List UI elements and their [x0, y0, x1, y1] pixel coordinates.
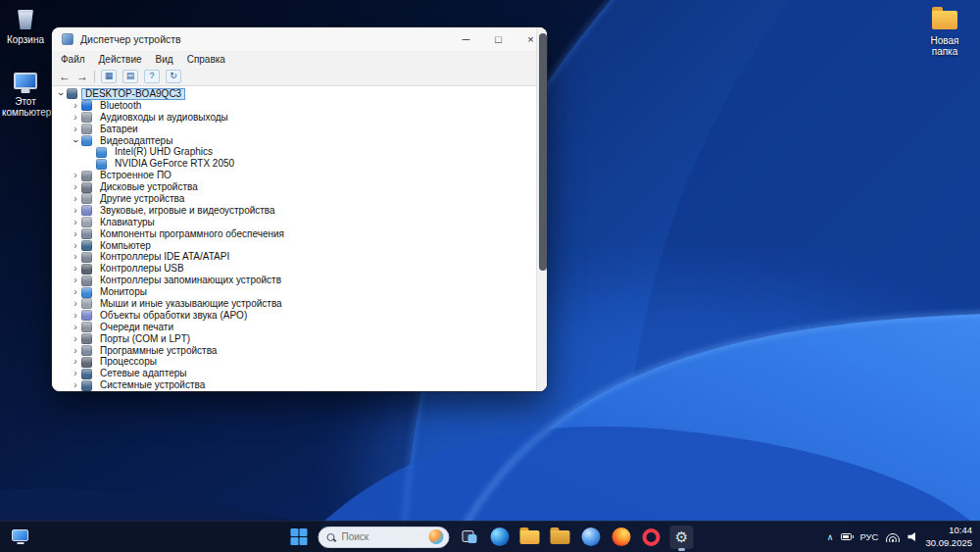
forward-icon[interactable]: → [76, 71, 88, 82]
tree-item[interactable]: ›DESKTOP-BOA9QC3 [52, 88, 547, 100]
folder-taskbar-button[interactable] [549, 526, 572, 549]
desktop-icon-this-pc[interactable]: Этот компьютер [2, 67, 49, 118]
file-explorer-taskbar-button[interactable] [518, 526, 542, 549]
collapse-arrow-icon[interactable]: › [56, 89, 66, 99]
tree-item[interactable]: ›Bluetooth [52, 100, 547, 112]
scan-hardware-icon[interactable]: ↻ [166, 70, 181, 83]
menu-help[interactable]: Справка [180, 54, 232, 65]
language-indicator[interactable]: РУС [859, 531, 878, 542]
tree-item[interactable]: ›Процессоры [52, 356, 547, 368]
computer-category-icon [81, 240, 92, 251]
tree-item[interactable]: Intel(R) UHD Graphics [52, 146, 547, 158]
taskbar: ⚙ ∧ РУС 10:44 30.09.2025 [0, 521, 980, 552]
tree-item-label: Очереди печати [96, 322, 177, 333]
expand-arrow-icon[interactable]: › [71, 252, 80, 262]
expand-arrow-icon[interactable]: › [71, 323, 80, 332]
desktop-icon-recycle-bin[interactable]: Корзина [2, 5, 49, 45]
expand-arrow-icon[interactable]: › [71, 241, 80, 251]
minimize-button[interactable]: ─ [450, 27, 482, 51]
battery-icon[interactable] [841, 533, 852, 540]
title-bar[interactable]: Диспетчер устройств ─ □ × [52, 27, 547, 51]
expand-arrow-icon[interactable]: › [71, 299, 80, 309]
menu-action[interactable]: Действие [92, 54, 149, 65]
tree-item[interactable]: ›Компоненты программного обеспечения [52, 228, 547, 240]
settings-taskbar-button[interactable]: ⚙ [670, 526, 694, 549]
maximize-button[interactable]: □ [482, 27, 514, 51]
ports-icon [81, 333, 92, 344]
taskbar-search[interactable] [318, 527, 450, 548]
tree-item[interactable]: ›Порты (COM и LPT) [52, 333, 547, 345]
expand-arrow-icon[interactable]: › [71, 113, 80, 123]
clock-time: 10:44 [925, 525, 972, 536]
console-tree-icon[interactable]: ▦ [101, 70, 117, 83]
edge-taskbar-button[interactable] [488, 526, 512, 549]
taskbar-clock[interactable]: 10:44 30.09.2025 [925, 525, 972, 549]
search-input[interactable] [340, 530, 424, 543]
expand-arrow-icon[interactable]: › [71, 229, 80, 239]
print-queue-icon [81, 322, 92, 332]
expand-arrow-icon[interactable]: › [71, 101, 80, 111]
opera-taskbar-button[interactable] [640, 526, 663, 549]
tree-item[interactable]: ›Встроенное ПО [52, 170, 547, 181]
tree-item[interactable]: ›Клавиатуры [52, 217, 547, 228]
expand-arrow-icon[interactable]: › [71, 182, 80, 192]
tree-item[interactable]: ›Контроллеры запоминающих устройств [52, 275, 547, 286]
tree-item-label: Порты (COM и LPT) [96, 333, 194, 345]
chrome-taskbar-button[interactable] [579, 526, 603, 549]
tree-item[interactable]: ›Дисковые устройства [52, 181, 547, 193]
desktop-icon-new-folder[interactable]: Новая папка [918, 6, 971, 57]
expand-arrow-icon[interactable]: › [71, 206, 80, 216]
expand-arrow-icon[interactable]: › [71, 287, 80, 297]
expand-arrow-icon[interactable]: › [71, 346, 80, 356]
start-button[interactable] [287, 526, 311, 549]
hidden-icons-chevron[interactable]: ∧ [827, 532, 834, 542]
tree-item[interactable]: ›Контроллеры USB [52, 263, 547, 275]
scrollbar-thumb[interactable] [539, 33, 547, 271]
tree-item[interactable]: ›Звуковые, игровые и видеоустройства [52, 205, 547, 217]
menu-view[interactable]: Вид [149, 54, 180, 65]
expand-arrow-icon[interactable]: › [71, 369, 80, 378]
menu-file[interactable]: Файл [54, 54, 92, 65]
expand-arrow-icon[interactable]: › [71, 218, 80, 227]
properties-icon[interactable]: ▤ [122, 70, 138, 83]
tree-item[interactable]: ›Видеоадаптеры [52, 135, 547, 147]
tree-item[interactable]: ›Другие устройства [52, 193, 547, 205]
collapse-arrow-icon[interactable]: › [71, 136, 80, 146]
vertical-scrollbar[interactable] [536, 27, 547, 391]
desktop-monitor-icon[interactable] [12, 529, 28, 541]
software-components-icon [81, 228, 92, 239]
clock-date: 30.09.2025 [925, 537, 972, 549]
expand-arrow-icon[interactable]: › [71, 311, 80, 321]
tree-item[interactable]: ›Мыши и иные указывающие устройства [52, 298, 547, 310]
wifi-icon[interactable] [886, 531, 900, 542]
tree-item[interactable]: ›Программные устройства [52, 345, 547, 357]
tree-item[interactable]: NVIDIA GeForce RTX 2050 [52, 158, 547, 170]
new-folder-icon [918, 6, 971, 33]
help-icon[interactable]: ? [144, 70, 160, 83]
tree-item[interactable]: ›Контроллеры IDE ATA/ATAPI [52, 251, 547, 263]
expand-arrow-icon[interactable]: › [71, 171, 80, 180]
tree-item-label: Дисковые устройства [96, 181, 202, 193]
desktop-icon-label: Этот компьютер [2, 96, 49, 118]
expand-arrow-icon[interactable]: › [71, 194, 80, 204]
expand-arrow-icon[interactable]: › [71, 276, 80, 285]
firefox-taskbar-button[interactable] [610, 526, 633, 549]
expand-arrow-icon[interactable]: › [71, 357, 80, 367]
tree-item[interactable]: ›Сетевые адаптеры [52, 368, 547, 379]
tree-item-label: Компьютер [96, 240, 155, 252]
tree-item[interactable]: ›Батареи [52, 124, 547, 135]
volume-icon[interactable] [907, 532, 917, 542]
tree-item[interactable]: ›Мониторы [52, 286, 547, 298]
tree-item[interactable]: ›Компьютер [52, 240, 547, 252]
tree-item[interactable]: ›Объекты обработки звука (APO) [52, 310, 547, 322]
tree-item[interactable]: ›Очереди печати [52, 322, 547, 333]
expand-arrow-icon[interactable]: › [71, 125, 80, 134]
back-icon[interactable]: ← [59, 71, 71, 82]
tree-item[interactable]: ›Аудиовходы и аудиовыходы [52, 112, 547, 124]
expand-arrow-icon[interactable]: › [71, 264, 80, 274]
expand-arrow-icon[interactable]: › [71, 380, 80, 390]
task-view-taskbar-button[interactable] [458, 526, 481, 549]
tree-item[interactable]: ›Системные устройства [52, 379, 547, 391]
expand-arrow-icon[interactable]: › [71, 334, 80, 344]
edge-icon [490, 527, 509, 546]
